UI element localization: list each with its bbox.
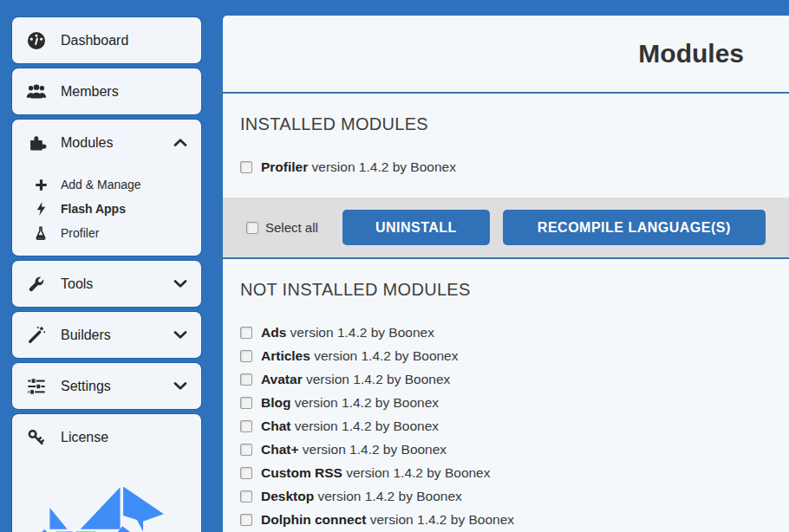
module-checkbox[interactable] bbox=[240, 467, 252, 479]
sidebar-item-label: Settings bbox=[61, 379, 111, 394]
module-row: Articles version 1.4.2 by Boonex bbox=[240, 344, 789, 367]
module-checkbox[interactable] bbox=[240, 397, 252, 409]
module-details: version 1.4.2 by Boonex bbox=[314, 348, 458, 363]
module-checkbox[interactable] bbox=[240, 444, 252, 456]
module-details: version 1.4.2 by Boonex bbox=[346, 465, 490, 480]
module-details: version 1.4.2 by Boonex bbox=[303, 442, 447, 457]
module-details: version 1.4.2 by Boonex bbox=[370, 512, 514, 527]
module-name: Desktop bbox=[261, 489, 314, 503]
select-all-label: Select all bbox=[265, 220, 318, 235]
sidebar-item-modules-header[interactable]: Modules bbox=[12, 120, 201, 165]
modules-subnav: Add & Manage Flash Apps bbox=[12, 165, 201, 256]
installed-modules-list: Profiler version 1.4.2 by Boonex bbox=[240, 155, 789, 178]
module-checkbox[interactable] bbox=[240, 514, 252, 526]
chevron-down-icon bbox=[173, 330, 187, 340]
sidebar-item-license: License bbox=[12, 414, 201, 532]
module-checkbox[interactable] bbox=[240, 373, 252, 386]
module-details: version 1.4.2 by Boonex bbox=[312, 159, 456, 174]
flask-icon bbox=[33, 225, 49, 241]
sliders-icon bbox=[26, 376, 47, 397]
module-name: Dolphin connect bbox=[261, 512, 366, 527]
module-details: version 1.4.2 by Boonex bbox=[290, 325, 434, 340]
puzzle-icon bbox=[26, 133, 47, 153]
sidebar-item-members[interactable]: Members bbox=[12, 68, 201, 114]
wrench-icon bbox=[26, 274, 47, 295]
module-name: Ads bbox=[261, 325, 286, 340]
key-icon bbox=[26, 427, 47, 448]
module-row: Ads version 1.4.2 by Boonex bbox=[240, 321, 789, 344]
module-row: Avatar version 1.4.2 by Boonex bbox=[240, 367, 789, 391]
sidebar-item-dashboard[interactable]: Dashboard bbox=[12, 17, 201, 63]
uninstall-button[interactable]: UNINSTALL bbox=[342, 210, 490, 245]
sidebar-item-tools[interactable]: Tools bbox=[12, 261, 201, 307]
sidebar-subitem-profiler[interactable]: Profiler bbox=[12, 221, 201, 245]
wand-icon bbox=[26, 325, 47, 346]
toolbar-separator bbox=[223, 257, 789, 259]
module-name: Avatar bbox=[261, 372, 303, 386]
select-all-group: Select all bbox=[246, 220, 318, 235]
plus-icon bbox=[33, 177, 49, 192]
admin-panel: Dashboard Members bbox=[0, 0, 789, 532]
page-title: Modules bbox=[638, 39, 744, 68]
module-row: Custom RSS version 1.4.2 by Boonex bbox=[240, 461, 789, 484]
separator-notch bbox=[218, 253, 223, 263]
module-row: Chat version 1.4.2 by Boonex bbox=[240, 414, 789, 438]
module-name: Profiler bbox=[261, 159, 308, 174]
module-name: Blog bbox=[261, 395, 290, 410]
sidebar-subitem-flash-apps[interactable]: Flash Apps bbox=[12, 197, 201, 221]
sidebar-item-label: Builders bbox=[61, 328, 111, 343]
sidebar-subitem-label: Profiler bbox=[61, 226, 99, 240]
module-name: Chat bbox=[261, 418, 290, 433]
sidebar-item-label: Dashboard bbox=[61, 33, 128, 49]
not-installed-modules-list: Ads version 1.4.2 by Boonex Articles ver… bbox=[240, 321, 789, 531]
separator-notch bbox=[218, 88, 223, 98]
not-installed-modules-section: NOT INSTALLED MODULES Ads version 1.4.2 … bbox=[223, 259, 789, 531]
header-separator bbox=[223, 92, 789, 94]
sidebar-item-modules: Modules Add & Manage bbox=[12, 120, 201, 256]
members-icon bbox=[26, 81, 47, 102]
dashboard-icon bbox=[26, 30, 47, 51]
lightning-icon bbox=[33, 201, 49, 217]
module-row: Profiler version 1.4.2 by Boonex bbox=[240, 155, 789, 178]
sidebar-item-label: Members bbox=[61, 84, 119, 100]
select-all-checkbox[interactable] bbox=[246, 222, 258, 234]
sidebar-item-license-header[interactable]: License bbox=[12, 414, 201, 460]
actions-toolbar: Select all UNINSTALL RECOMPILE LANGUAGE(… bbox=[223, 198, 789, 257]
boonex-logo bbox=[33, 474, 201, 532]
module-row: Blog version 1.4.2 by Boonex bbox=[240, 391, 789, 414]
recompile-language-button[interactable]: RECOMPILE LANGUAGE(S) bbox=[503, 210, 766, 245]
module-checkbox[interactable] bbox=[240, 420, 252, 432]
sidebar-item-settings[interactable]: Settings bbox=[12, 363, 201, 409]
module-name: Chat+ bbox=[261, 442, 299, 457]
sidebar-subitem-label: Add & Manage bbox=[61, 178, 141, 191]
module-details: version 1.4.2 by Boonex bbox=[317, 489, 461, 503]
sidebar-subitem-add-manage[interactable]: Add & Manage bbox=[12, 172, 201, 197]
chevron-down-icon bbox=[173, 381, 187, 391]
chevron-down-icon bbox=[173, 279, 187, 289]
module-checkbox[interactable] bbox=[240, 490, 252, 503]
sidebar: Dashboard Members bbox=[12, 17, 201, 532]
module-row: Dolphin connect version 1.4.2 by Boonex bbox=[240, 508, 789, 531]
installed-modules-heading: INSTALLED MODULES bbox=[240, 114, 789, 134]
module-name: Articles bbox=[261, 348, 310, 363]
module-details: version 1.4.2 by Boonex bbox=[306, 372, 450, 386]
module-name: Custom RSS bbox=[261, 465, 342, 480]
installed-modules-section: INSTALLED MODULES Profiler version 1.4.2… bbox=[223, 94, 789, 178]
module-details: version 1.4.2 by Boonex bbox=[295, 418, 439, 433]
module-details: version 1.4.2 by Boonex bbox=[295, 395, 439, 410]
not-installed-modules-heading: NOT INSTALLED MODULES bbox=[240, 280, 789, 300]
chevron-up-icon bbox=[173, 138, 187, 147]
main-content: Modules INSTALLED MODULES Profiler versi… bbox=[223, 16, 789, 532]
page-header: Modules bbox=[223, 16, 789, 92]
module-row: Desktop version 1.4.2 by Boonex bbox=[240, 484, 789, 508]
sidebar-item-label: Tools bbox=[61, 276, 93, 292]
sidebar-item-label: Modules bbox=[61, 135, 113, 151]
sidebar-item-label: License bbox=[61, 430, 108, 445]
module-checkbox[interactable] bbox=[240, 327, 252, 339]
module-checkbox[interactable] bbox=[240, 161, 252, 173]
module-checkbox[interactable] bbox=[240, 350, 252, 362]
sidebar-subitem-label: Flash Apps bbox=[61, 202, 126, 216]
module-row: Chat+ version 1.4.2 by Boonex bbox=[240, 438, 789, 461]
sidebar-item-builders[interactable]: Builders bbox=[12, 312, 201, 358]
